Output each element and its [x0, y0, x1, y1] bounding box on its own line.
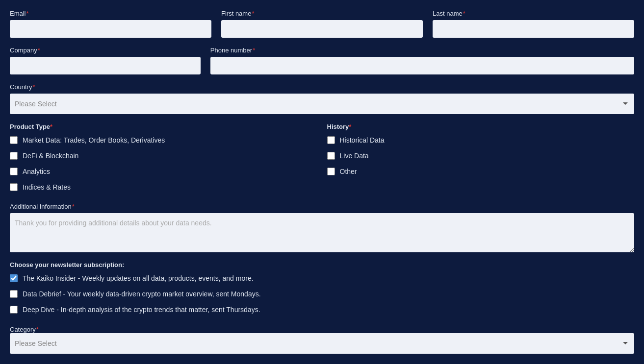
history-section: History* Historical Data Live Data Other: [327, 123, 635, 194]
email-field[interactable]: [10, 20, 211, 38]
product-option-market-data[interactable]: Market Data: Trades, Order Books, Deriva…: [10, 136, 317, 144]
history-checkbox-live[interactable]: [327, 152, 335, 160]
product-option-defi[interactable]: DeFi & Blockchain: [10, 152, 317, 160]
email-group: Email*: [10, 10, 211, 38]
firstname-label: First name*: [221, 10, 423, 17]
row-product-history: Product Type* Market Data: Trades, Order…: [10, 123, 634, 194]
history-label: History*: [327, 123, 635, 130]
newsletter-checkbox-deep-dive[interactable]: [10, 306, 18, 314]
newsletter-option-kaiko[interactable]: The Kaiko Insider - Weekly updates on al…: [10, 274, 634, 282]
history-label-live: Live Data: [340, 152, 369, 160]
product-option-analytics[interactable]: Analytics: [10, 168, 317, 175]
product-type-section: Product Type* Market Data: Trades, Order…: [10, 123, 317, 194]
country-label: Country*: [10, 83, 634, 91]
product-label-analytics: Analytics: [23, 168, 50, 175]
history-option-historical[interactable]: Historical Data: [327, 136, 635, 144]
company-label: Company*: [10, 47, 201, 54]
phone-label: Phone number*: [210, 47, 634, 54]
history-option-live[interactable]: Live Data: [327, 152, 635, 160]
newsletter-checkbox-group: The Kaiko Insider - Weekly updates on al…: [10, 274, 634, 316]
newsletter-section: Choose your newsletter subscription: The…: [10, 261, 634, 316]
phone-field[interactable]: [210, 57, 634, 74]
newsletter-label-kaiko: The Kaiko Insider - Weekly updates on al…: [23, 274, 254, 282]
email-label: Email*: [10, 10, 211, 17]
additional-info-textarea[interactable]: [10, 213, 634, 252]
history-option-other[interactable]: Other: [327, 168, 635, 175]
phone-group: Phone number*: [210, 47, 634, 74]
product-label-indices: Indices & Rates: [23, 183, 71, 191]
history-label-other: Other: [340, 168, 357, 175]
lastname-field[interactable]: [433, 20, 634, 38]
firstname-group: First name*: [221, 10, 423, 38]
contact-form: Email* First name* Last name* Company*: [10, 10, 634, 354]
lastname-group: Last name*: [433, 10, 634, 38]
country-group: Country* Please Select: [10, 83, 634, 114]
newsletter-checkbox-kaiko[interactable]: [10, 274, 18, 282]
product-option-indices[interactable]: Indices & Rates: [10, 183, 317, 191]
category-section: Category* Please Select: [10, 325, 634, 354]
product-checkbox-analytics[interactable]: [10, 168, 18, 175]
firstname-field[interactable]: [221, 20, 423, 38]
newsletter-option-deep-dive[interactable]: Deep Dive - In-depth analysis of the cry…: [10, 306, 634, 314]
category-select[interactable]: Please Select: [10, 333, 634, 354]
newsletter-checkbox-debrief[interactable]: [10, 290, 18, 298]
history-checkbox-historical[interactable]: [327, 136, 335, 144]
newsletter-option-debrief[interactable]: Data Debrief - Your weekly data-driven c…: [10, 290, 634, 298]
newsletter-label-debrief: Data Debrief - Your weekly data-driven c…: [23, 290, 261, 298]
row-additional-info: Additional Information*: [10, 203, 634, 252]
product-checkbox-market-data[interactable]: [10, 136, 18, 144]
product-checkbox-indices[interactable]: [10, 183, 18, 191]
row-company-phone: Company* Phone number*: [10, 47, 634, 74]
company-group: Company*: [10, 47, 201, 74]
lastname-label: Last name*: [433, 10, 634, 17]
history-checkbox-other[interactable]: [327, 168, 335, 175]
product-label-market-data: Market Data: Trades, Order Books, Deriva…: [23, 136, 165, 144]
country-select[interactable]: Please Select: [10, 94, 634, 114]
newsletter-title: Choose your newsletter subscription:: [10, 261, 634, 268]
history-checkbox-group: Historical Data Live Data Other: [327, 136, 635, 178]
row-name-fields: Email* First name* Last name*: [10, 10, 634, 38]
row-country: Country* Please Select: [10, 83, 634, 114]
product-checkbox-defi[interactable]: [10, 152, 18, 160]
company-field[interactable]: [10, 57, 201, 74]
product-checkbox-group: Market Data: Trades, Order Books, Deriva…: [10, 136, 317, 194]
product-label-defi: DeFi & Blockchain: [23, 152, 78, 160]
history-label-historical: Historical Data: [340, 136, 385, 144]
category-label: Category*: [10, 326, 39, 333]
additional-info-group: Additional Information*: [10, 203, 634, 252]
newsletter-label-deep-dive: Deep Dive - In-depth analysis of the cry…: [23, 306, 260, 314]
additional-info-label: Additional Information*: [10, 203, 634, 210]
product-type-label: Product Type*: [10, 123, 317, 130]
